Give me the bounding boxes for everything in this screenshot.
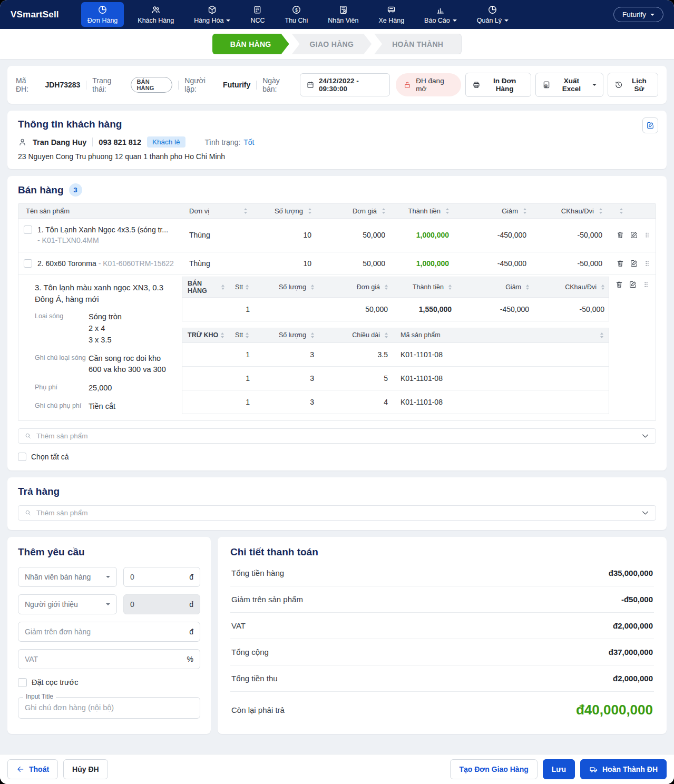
order-code-label: Mã ĐH: [16,76,39,93]
nested-col-discount-unit[interactable]: CKhau/Đvi [534,277,610,297]
currency-suffix: đ [189,600,193,609]
select-all-checkbox[interactable] [18,453,26,461]
package-icon [207,5,217,15]
arrow-left-icon [16,765,25,773]
calendar-icon [306,81,315,89]
nav-item-ncc[interactable]: NCC [244,2,271,27]
nav-item-don-hang[interactable]: Đơn Hàng [81,2,124,27]
order-date-picker[interactable]: 24/12/2022 - 09:30:00 [300,73,390,96]
nav-item-bao-cao[interactable]: Báo Cáo [418,2,463,27]
nav-item-xe-hang[interactable]: Xe Hàng [372,2,411,27]
step-hoan-thanh[interactable]: HOÀN THÀNH [374,34,462,54]
deposit-label: Đặt cọc trước [32,678,79,687]
col-actions[interactable] [610,204,657,218]
cell-total: 1,550,000 [393,298,457,321]
exit-button[interactable]: Thoát [7,759,58,779]
nested-col-qty[interactable]: Số lượng [255,328,319,342]
order-info-bar: Mã ĐH: JDH73283 Trạng thái: BÁN HÀNG Ngư… [7,66,667,104]
sale-title: Bán hàng [18,184,64,196]
delete-row-icon[interactable] [616,231,624,239]
referrer-select[interactable]: Người giới thiệu [18,594,117,614]
nav-item-quan-ly[interactable]: Quản Lý [471,2,515,27]
print-order-button[interactable]: In Đơn Hàng [465,73,531,97]
nested-col-stt[interactable]: Stt [230,277,255,297]
edit-row-icon[interactable] [630,259,638,268]
col-product-name[interactable]: Tên sản phẩm [18,204,182,218]
history-button[interactable]: Lịch Sử [608,73,658,97]
col-discount[interactable]: Giảm [456,204,534,218]
referrer-amount-field: đ [123,594,200,614]
nested-col-code[interactable]: Mã sản phẩm [393,328,609,342]
nested-col-total[interactable]: Thành tiền [393,277,457,297]
chevron-down-icon[interactable] [641,432,650,440]
vat-input[interactable] [25,655,183,663]
nested-col-length[interactable]: Chiều dài [319,328,393,342]
nav-item-nhan-vien[interactable]: Nhân Viên [321,2,365,27]
page-content: Mã ĐH: JDH73283 Trạng thái: BÁN HÀNG Ngư… [0,59,674,754]
row-checkbox[interactable] [24,226,32,234]
col-qty[interactable]: Số lượng [255,204,319,218]
nav-item-khach-hang[interactable]: Khách Hàng [131,2,180,27]
seller-select[interactable]: Nhân viên bán hàng [18,567,117,587]
complete-order-button[interactable]: Hoàn Thành ĐH [580,759,667,779]
export-excel-button[interactable]: x Xuất Excel [535,73,603,97]
nested-col-title[interactable]: BÁN HÀNG [182,277,230,297]
cancel-order-button[interactable]: Hủy ĐH [63,759,108,779]
table-row: 1. Tôn Lạnh Xanh Ngọc 4x3.5 (sóng tr...-… [18,219,656,252]
row-checkbox[interactable] [24,259,32,268]
col-total[interactable]: Thành tiền [393,204,456,218]
chevron-down-icon [106,603,110,605]
nested-col-qty[interactable]: Số lượng [255,277,319,297]
delete-row-icon[interactable] [616,259,624,268]
nav-item-thu-chi[interactable]: $ Thu Chi [279,2,315,27]
order-discount-input[interactable] [25,628,185,636]
order-date-label: Ngày bán: [262,76,294,93]
nested-col-stt[interactable]: Stt [230,328,255,342]
sort-icon [382,208,385,214]
app-window: VSmartSell Đơn Hàng Khách Hàng Hàng Hóa … [0,0,674,784]
cell-stt: 1 [230,343,255,366]
account-menu-button[interactable]: Futurify [613,7,663,22]
save-button[interactable]: Lưu [543,759,575,779]
edit-row-icon[interactable] [630,231,638,239]
col-unit[interactable]: Đơn vị [182,204,255,218]
customer-condition: Tình trạng: Tốt [205,138,255,146]
returns-title: Trả hàng [18,486,656,497]
create-delivery-button[interactable]: Tạo Đơn Giao Hàng [450,759,537,779]
brand-logo: VSmartSell [11,9,59,20]
returns-add-product-input[interactable] [36,509,636,517]
step-giao-hang[interactable]: GIAO HÀNG [292,34,372,54]
order-note-input[interactable] [25,703,193,712]
chevron-down-icon[interactable] [641,508,650,517]
attr-label: Ghi chú phụ phí [35,401,89,413]
cell-length: 4 [319,390,393,414]
svg-text:$: $ [295,7,298,13]
drag-handle-icon[interactable] [642,280,650,289]
add-product-input[interactable] [36,432,636,440]
chevron-down-icon [106,576,110,578]
col-price[interactable]: Đơn giá [319,204,393,218]
payment-row: Tổng tiền hàngđ35,000,000 [230,560,654,586]
col-discount-unit[interactable]: CKhau/Đvi [534,204,610,218]
edit-customer-button[interactable] [642,117,658,133]
nested-col-discount[interactable]: Giảm [457,277,534,297]
sale-table: Tên sản phẩm Đơn vị Số lượng Đơn giá Thà… [18,203,656,421]
nested-col-price[interactable]: Đơn giá [319,277,393,297]
delete-row-icon[interactable] [615,280,623,289]
edit-row-icon[interactable] [629,280,637,289]
drag-handle-icon[interactable] [643,259,651,268]
seller-amount-input[interactable] [130,573,162,581]
nested-col-title[interactable]: TRỪ KHO [182,328,230,342]
step-ban-hang[interactable]: BÁN HÀNG [212,34,289,54]
cell-qty: 10 [255,253,319,273]
nested-table-row: 1 3 5 K01-1101-08 [182,367,609,390]
cell-qty: 10 [255,225,319,245]
drag-handle-icon[interactable] [643,231,651,239]
cell-code: K01-1101-08 [393,367,609,390]
order-stepper: BÁN HÀNG GIAO HÀNG HOÀN THÀNH [0,29,674,59]
order-creator-label: Người lập: [184,76,217,93]
add-product-search [18,428,656,444]
nav-item-hang-hoa[interactable]: Hàng Hóa [188,2,237,27]
deposit-checkbox[interactable] [18,678,27,687]
cell-length: 5 [319,367,393,390]
